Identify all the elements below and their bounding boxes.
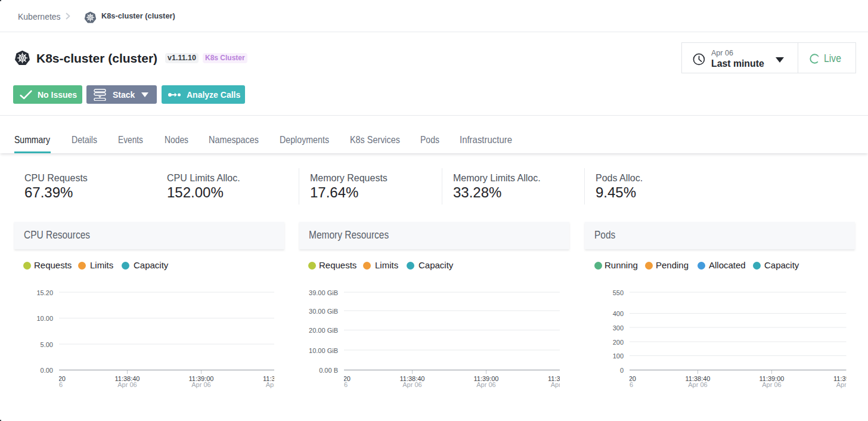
svg-text:100: 100 [613, 352, 624, 360]
svg-text:400: 400 [613, 310, 624, 317]
svg-text:5.00: 5.00 [41, 341, 53, 348]
svg-text:Apr 06: Apr 06 [44, 381, 63, 388]
svg-text:Apr 06: Apr 06 [688, 381, 707, 388]
svg-text:300: 300 [613, 324, 624, 332]
svg-text:Apr 06: Apr 06 [117, 381, 137, 388]
svg-text:200: 200 [613, 339, 624, 346]
svg-text:0.00: 0.00 [41, 367, 53, 374]
svg-text:Apr 06: Apr 06 [191, 381, 210, 388]
svg-text:550: 550 [613, 289, 624, 296]
svg-text:0: 0 [620, 367, 624, 374]
svg-text:39.00 GiB: 39.00 GiB [309, 289, 338, 296]
svg-text:Apr 06: Apr 06 [836, 381, 855, 388]
svg-text:Apr 06: Apr 06 [762, 381, 781, 388]
svg-text:Apr 06: Apr 06 [266, 381, 284, 388]
svg-text:15.20: 15.20 [36, 289, 53, 296]
svg-text:20.00 GiB: 20.00 GiB [309, 327, 338, 334]
svg-text:10.00 GiB: 10.00 GiB [309, 347, 338, 354]
svg-text:10.00: 10.00 [36, 315, 53, 322]
svg-text:Apr 06: Apr 06 [551, 381, 569, 388]
svg-text:30.00 GiB: 30.00 GiB [309, 308, 338, 315]
svg-text:Apr 06: Apr 06 [328, 381, 348, 388]
svg-text:Apr 06: Apr 06 [402, 381, 421, 388]
svg-text:0.00 B: 0.00 B [319, 367, 338, 374]
svg-text:Apr 06: Apr 06 [614, 381, 633, 388]
svg-text:Apr 06: Apr 06 [476, 381, 495, 388]
